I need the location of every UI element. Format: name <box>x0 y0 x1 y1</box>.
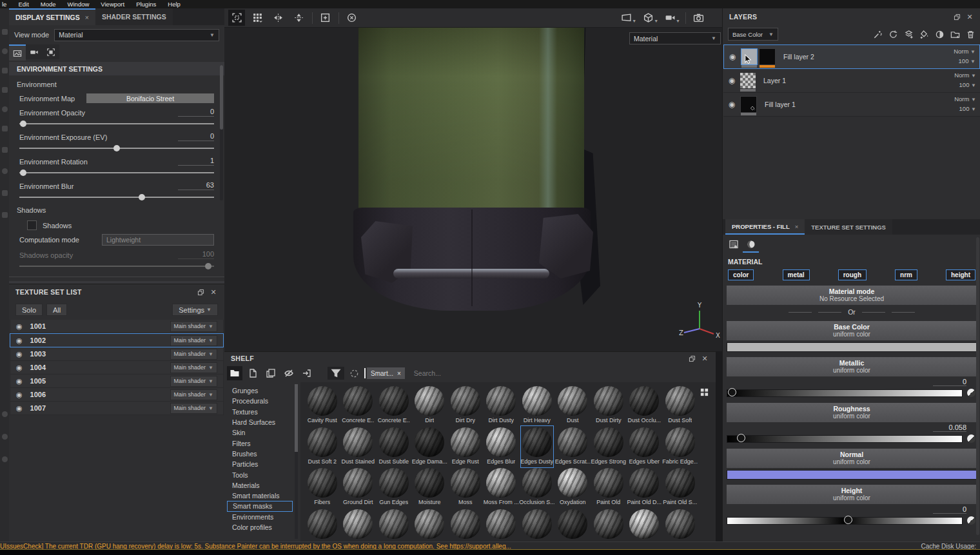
blend-mode-dropdown[interactable]: Norm ▼ <box>954 71 976 81</box>
undock-icon[interactable] <box>197 288 205 297</box>
viewport-mirror-x-button[interactable] <box>270 10 286 26</box>
blend-mode-dropdown[interactable]: Norm ▼ <box>954 95 976 104</box>
channel-chip-rough[interactable]: rough <box>838 269 867 280</box>
shelf-category-grunges[interactable]: Grunges <box>227 385 293 396</box>
env-slider-track[interactable] <box>19 119 214 128</box>
shader-dropdown[interactable]: Main shader▼ <box>170 349 217 360</box>
shelf-pages-button[interactable] <box>263 366 279 380</box>
shelf-thumbnail-dust-dirty[interactable]: Dust Dirty <box>591 386 627 427</box>
viewport-screenshot-button[interactable] <box>690 10 707 26</box>
shelf-thumbnail[interactable] <box>340 509 377 543</box>
shader-dropdown[interactable]: Main shader▼ <box>170 403 217 414</box>
viewport-grid-button[interactable] <box>249 10 266 26</box>
metallic-value[interactable]: 0 <box>933 378 966 386</box>
add-fill-layer-icon[interactable] <box>919 30 929 39</box>
display-toolbar-fit-button[interactable] <box>43 44 59 59</box>
tool-fragment-icon[interactable] <box>2 87 8 93</box>
shelf-category-color-profiles[interactable]: Color profiles <box>227 522 293 532</box>
layer-row-fill-layer-2[interactable]: ◉Fill layer 2Norm ▼100 ▼ <box>723 44 980 69</box>
base-color-color-swatch[interactable] <box>727 342 977 352</box>
tool-fragment-icon[interactable] <box>2 29 8 35</box>
scrollbar-thumb[interactable] <box>220 65 223 130</box>
shelf-category-smart-materials[interactable]: Smart materials <box>227 491 293 501</box>
shelf-thumbnail[interactable] <box>519 509 555 543</box>
base-color-mode-button[interactable]: Base Coloruniform color <box>727 321 977 340</box>
viewport-camcorder-dropdown[interactable]: ▼ <box>665 12 680 23</box>
roughness-slider[interactable] <box>727 434 977 443</box>
tab-properties-fill[interactable]: PROPERTIES - FILL × <box>725 219 805 235</box>
tool-fragment-icon[interactable] <box>2 147 8 153</box>
shelf-thumbnail-concrete-e-[interactable]: Concrete E.. <box>340 386 377 427</box>
menu-le[interactable]: le <box>2 1 6 8</box>
texture-set-row-1002[interactable]: ◉1002Main shader▼ <box>10 333 224 347</box>
tool-fragment-icon[interactable] <box>2 411 8 417</box>
shelf-thumbnail-oxydation[interactable]: Oxydation <box>555 468 591 509</box>
shelf-thumbnail-concrete-e-[interactable]: Concrete E.. <box>376 386 412 427</box>
computation-mode-field[interactable]: Lightweight <box>102 234 214 246</box>
viewport-material-dropdown[interactable]: Material ▼ <box>629 32 721 44</box>
shelf-thumbnail-edges-uber[interactable]: Edges Uber <box>627 427 663 469</box>
close-icon[interactable]: ✕ <box>700 354 709 363</box>
shelf-thumbnail-dust-subtle[interactable]: Dust Subtle <box>376 427 412 469</box>
texture-set-radio[interactable]: ◉ <box>16 364 23 371</box>
shelf-thumbnail-edge-dama-[interactable]: Edge Dama... <box>412 427 448 469</box>
env-slider-value[interactable]: 63 <box>178 181 214 190</box>
viewport-mirror-y-button[interactable] <box>290 10 307 26</box>
viewport-frame-button[interactable] <box>228 10 245 26</box>
viewport-square-plus-button[interactable] <box>317 10 333 26</box>
layer-row-fill-layer-1[interactable]: ◉Fill layer 1Norm ▼100 ▼ <box>723 93 980 117</box>
shadows-checkbox[interactable] <box>27 220 37 230</box>
channel-chip-nrm[interactable]: nrm <box>895 269 917 280</box>
tab-close-icon[interactable]: × <box>85 14 89 21</box>
opacity-dropdown[interactable]: 100 ▼ <box>954 57 975 66</box>
shelf-folder-button[interactable] <box>227 366 242 380</box>
shelf-thumbnail[interactable] <box>591 509 627 543</box>
shelf-thumbnail[interactable] <box>447 509 484 543</box>
texture-set-row-1006[interactable]: ◉1006Main shader▼ <box>10 388 224 402</box>
add-folder-icon[interactable] <box>950 30 960 39</box>
loop-icon[interactable] <box>349 369 359 378</box>
shelf-category-procedurals[interactable]: Procedurals <box>227 396 293 406</box>
texture-set-radio[interactable]: ◉ <box>16 351 23 358</box>
menu-help[interactable]: Help <box>168 1 181 8</box>
shelf-thumbnail-dirt-dusty[interactable]: Dirt Dusty <box>484 386 520 427</box>
texture-set-row-1005[interactable]: ◉1005Main shader▼ <box>10 375 224 388</box>
shelf-thumbnail-dust-soft-2[interactable]: Dust Soft 2 <box>304 427 340 469</box>
env-slider-value[interactable]: 0 <box>178 108 214 117</box>
add-effect-icon[interactable] <box>873 30 883 39</box>
delete-layer-icon[interactable] <box>966 30 975 39</box>
undock-icon[interactable] <box>688 355 696 363</box>
shelf-new-resource-button[interactable] <box>245 366 260 380</box>
shelf-thumbnail-occlusion-s-[interactable]: Occlusion S... <box>519 468 555 509</box>
channel-filter-dropdown[interactable]: Base Color ▼ <box>728 28 778 41</box>
shelf-thumbnail[interactable] <box>412 509 448 543</box>
tab-texture-set-settings[interactable]: TEXTURE SET SETTINGS <box>805 219 892 235</box>
add-mask-icon[interactable] <box>935 30 945 39</box>
slider-knob[interactable] <box>139 194 145 200</box>
metallic-mode-button[interactable]: Metallicuniform color <box>727 357 977 376</box>
settings-dropdown[interactable]: Settings ▼ <box>172 304 218 316</box>
environment-map-button[interactable]: Bonifacio Street <box>86 93 214 103</box>
shelf-category-hard-surfaces[interactable]: Hard Surfaces <box>227 417 293 427</box>
shelf-thumbnail-fabric-edge-[interactable]: Fabric Edge... <box>662 427 698 469</box>
shelf-thumbnail-edges-blur[interactable]: Edges Blur <box>484 427 520 469</box>
height-mode-button[interactable]: Heightuniform color <box>727 485 977 504</box>
menu-window[interactable]: Window <box>68 1 90 8</box>
shelf-category-environments[interactable]: Environments <box>227 512 293 522</box>
layer-mask-thumbnail[interactable] <box>759 48 776 65</box>
menu-mode[interactable]: Mode <box>41 1 56 8</box>
shelf-thumbnail-paint-old-s-[interactable]: Paint Old S... <box>662 468 698 509</box>
env-slider-value[interactable]: 1 <box>178 157 214 166</box>
roughness-slider-track[interactable] <box>727 435 963 443</box>
env-slider-track[interactable] <box>19 144 214 152</box>
all-button[interactable]: All <box>46 304 67 316</box>
3d-viewport[interactable]: ▼▼▼ Material ▼ Y Z X <box>224 8 722 351</box>
env-slider-track[interactable] <box>19 193 214 201</box>
shelf-thumbnail[interactable] <box>376 509 412 543</box>
menu-edit[interactable]: Edit <box>18 1 28 8</box>
texture-set-row-1004[interactable]: ◉1004Main shader▼ <box>10 361 224 375</box>
menu-plugins[interactable]: Plugins <box>136 1 156 8</box>
close-icon[interactable]: ✕ <box>965 12 974 21</box>
channel-chip-height[interactable]: height <box>946 269 975 280</box>
shelf-hide-button[interactable] <box>281 366 297 380</box>
